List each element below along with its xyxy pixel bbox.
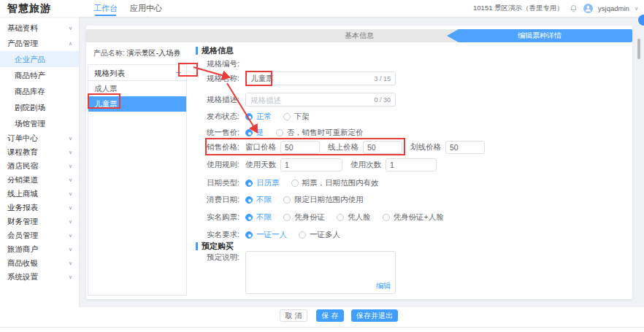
- unified-price-label: 统一售价:: [197, 128, 239, 138]
- caret-down-icon[interactable]: ∨: [635, 6, 638, 12]
- username-label[interactable]: ysjqadmin: [598, 4, 629, 12]
- spec-name-row: 规格名称: 3 / 15: [197, 72, 396, 85]
- radio-one-cert-multi-person[interactable]: 一证多人: [299, 230, 340, 240]
- radio-realname-idcard-face[interactable]: 凭身份证+人脸: [383, 212, 444, 223]
- spec-name-label: 规格名称:: [197, 74, 239, 84]
- spec-desc-label: 规格描述:: [197, 95, 239, 105]
- date-type-label: 日期类型:: [197, 178, 239, 188]
- online-price-group: 线上价格: [328, 141, 402, 154]
- usage-rule-label: 使用规则:: [197, 160, 239, 170]
- window-price-group: 窗口价格: [245, 141, 320, 154]
- footer-divider: [0, 327, 644, 328]
- user-avatar[interactable]: [583, 4, 593, 13]
- radio-unified-no[interactable]: 否，销售时可重新定价: [276, 128, 364, 138]
- tab-app-center[interactable]: 应用中心: [130, 0, 162, 16]
- radio-unselected-icon: [283, 196, 291, 204]
- radio-publish-normal[interactable]: 正常: [245, 112, 272, 122]
- chevron-down-icon: ∨: [69, 242, 72, 256]
- edit-link[interactable]: 编辑: [376, 281, 391, 291]
- radio-selected-icon: [245, 179, 253, 187]
- cancel-button[interactable]: 取 消: [280, 309, 307, 322]
- chevron-down-icon: ∨: [69, 173, 72, 187]
- radio-selected-icon: [245, 196, 253, 204]
- sidebar-item-online-mall[interactable]: 线上商城∨: [0, 187, 79, 201]
- sidebar-nav: 基础资料∨ 产品管理∧ 企业产品 商品特产 商品库存 剧院剧场 场馆管理 订单中…: [0, 17, 79, 332]
- add-spec-button plus-icon[interactable]: +: [175, 65, 181, 81]
- radio-period-ticket[interactable]: 期票，日期范围内有效: [291, 178, 379, 188]
- sidebar-item-course-edu[interactable]: 课程教育∨: [0, 145, 79, 159]
- booking-note-row: 预定说明: 编辑: [197, 251, 396, 296]
- radio-consume-limited[interactable]: 限定日期范围内使用: [283, 195, 364, 205]
- sidebar-item-distribution[interactable]: 分销渠道∨: [0, 173, 79, 187]
- publish-status-label: 发布状态:: [197, 112, 239, 122]
- sidebar-item-goods-specialty[interactable]: 商品特产: [0, 67, 79, 83]
- app-logo: 智慧旅游: [7, 2, 51, 15]
- chevron-down-icon: ∨: [69, 159, 72, 173]
- radio-publish-off[interactable]: 下架: [283, 112, 310, 122]
- chevron-down-icon: ∨: [69, 187, 72, 201]
- radio-unified-yes[interactable]: 是: [245, 128, 264, 138]
- strike-price-input[interactable]: [450, 143, 480, 152]
- sidebar-item-hotel[interactable]: 酒店民宿∨: [0, 159, 79, 173]
- product-name-value: 演示景区-入场券: [127, 49, 180, 57]
- spec-list-header: 规格列表 +: [88, 65, 186, 81]
- booking-note-label: 预定说明:: [197, 252, 239, 263]
- footer-bar: 取 消 保 存 保存并退出: [0, 307, 644, 332]
- chevron-down-icon: ∨: [69, 131, 72, 145]
- sale-price-label: 销售价格:: [197, 142, 239, 153]
- product-name-line: 产品名称: 演示景区-入场券: [93, 48, 180, 58]
- radio-consume-unlimited[interactable]: 不限: [245, 195, 272, 205]
- usage-rule-row: 使用规则: 使用天数 使用次数: [197, 158, 445, 171]
- spec-desc-counter: 0 / 30: [374, 96, 391, 104]
- sidebar-item-theater[interactable]: 剧院剧场: [0, 99, 79, 115]
- sidebar-item-business-report[interactable]: 业务报表∨: [0, 201, 79, 215]
- sidebar-item-enterprise-product[interactable]: 企业产品: [0, 51, 79, 67]
- date-type-row: 日期类型: 日历票 期票，日期范围内有效: [197, 176, 391, 190]
- sidebar-item-goods-cashier[interactable]: 商品收银∨: [0, 256, 79, 270]
- radio-calendar-ticket[interactable]: 日历票: [245, 178, 280, 188]
- tab-workbench[interactable]: 工作台: [93, 0, 118, 16]
- step-edit-ticket-detail[interactable]: 编辑票种详情: [447, 29, 632, 42]
- scrollbar-thumb[interactable]: [637, 39, 640, 59]
- radio-realname-unlimited[interactable]: 不限: [245, 212, 272, 223]
- unified-price-row: 统一售价: 是 否，销售时可重新定价: [197, 126, 375, 139]
- sidebar-item-system-settings[interactable]: 系统设置∨: [0, 270, 79, 284]
- sidebar-item-venue-mgmt[interactable]: 场馆管理: [0, 115, 79, 131]
- radio-unselected-icon: [283, 113, 291, 120]
- usage-times-input[interactable]: [390, 161, 432, 169]
- radio-unselected-icon: [283, 214, 291, 221]
- sidebar-item-finance-mgmt[interactable]: 财务管理∨: [0, 215, 79, 228]
- usage-days-input[interactable]: [285, 161, 338, 169]
- sidebar-item-order-center[interactable]: 订单中心∨: [0, 131, 79, 145]
- spec-item-child[interactable]: 儿童票: [88, 96, 186, 112]
- radio-one-cert-one-person[interactable]: 一证一人: [245, 230, 287, 240]
- save-button[interactable]: 保 存: [316, 309, 344, 322]
- sidebar-item-goods-stock[interactable]: 商品库存: [0, 83, 79, 99]
- steps-bar: 基本信息 编辑票种详情: [86, 29, 632, 42]
- spec-desc-row: 规格描述: 0 / 30: [197, 93, 396, 107]
- help-float-button[interactable]: [638, 15, 644, 26]
- spec-name-counter: 3 / 15: [374, 75, 391, 82]
- spec-desc-input[interactable]: [250, 96, 374, 104]
- spec-item-adult[interactable]: 成人票: [88, 81, 186, 96]
- radio-unselected-icon: [291, 179, 299, 187]
- notification-bell-icon[interactable]: [569, 4, 578, 13]
- radio-realname-idcard[interactable]: 凭身份证: [283, 212, 325, 223]
- save-and-exit-button[interactable]: 保存并退出: [351, 309, 398, 322]
- sidebar-item-member-mgmt[interactable]: 会员管理∨: [0, 228, 79, 242]
- chevron-up-icon: ∧: [69, 36, 72, 51]
- radio-realname-face[interactable]: 凭人脸: [337, 212, 371, 223]
- sidebar-item-basic-data[interactable]: 基础资料∨: [0, 20, 79, 36]
- spec-name-input[interactable]: [250, 74, 374, 83]
- sidebar-item-tourism-merchant[interactable]: 旅游商户∨: [0, 242, 79, 256]
- strike-price-group: 划线价格: [410, 141, 485, 154]
- online-price-input[interactable]: [367, 143, 398, 152]
- radio-selected-icon: [245, 113, 253, 120]
- radio-unselected-icon: [383, 214, 390, 221]
- booking-note-textarea[interactable]: [246, 252, 395, 293]
- radio-selected-icon: [245, 231, 253, 239]
- spec-no-label: 规格编号:: [197, 59, 239, 69]
- radio-unselected-icon: [337, 214, 344, 221]
- sidebar-item-product-mgmt[interactable]: 产品管理∧: [0, 36, 79, 51]
- window-price-input[interactable]: [285, 143, 315, 152]
